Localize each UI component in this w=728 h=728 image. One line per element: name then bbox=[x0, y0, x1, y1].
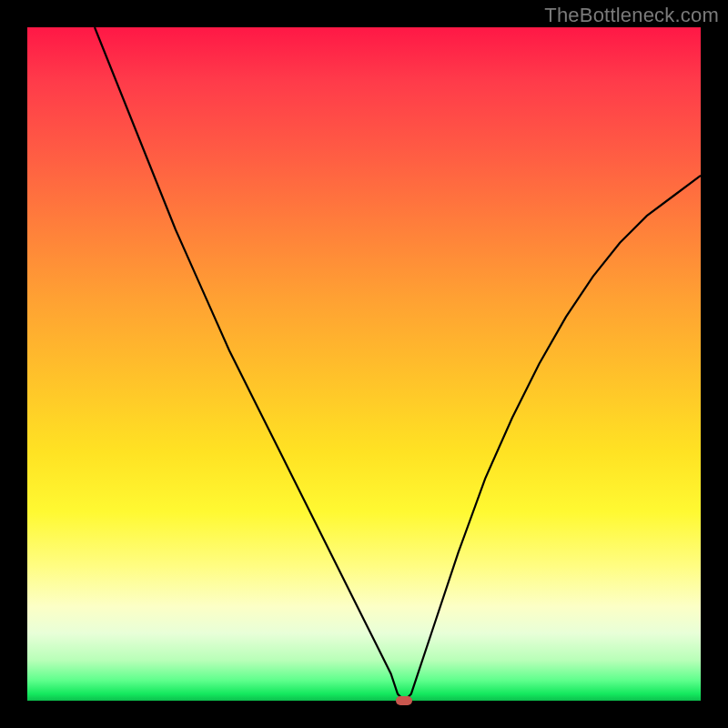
chart-frame: TheBottleneck.com bbox=[0, 0, 728, 728]
bottleneck-curve bbox=[27, 27, 701, 701]
curve-path bbox=[95, 27, 701, 701]
plot-area bbox=[27, 27, 701, 701]
watermark-text: TheBottleneck.com bbox=[544, 4, 719, 27]
optimum-marker bbox=[396, 696, 412, 705]
